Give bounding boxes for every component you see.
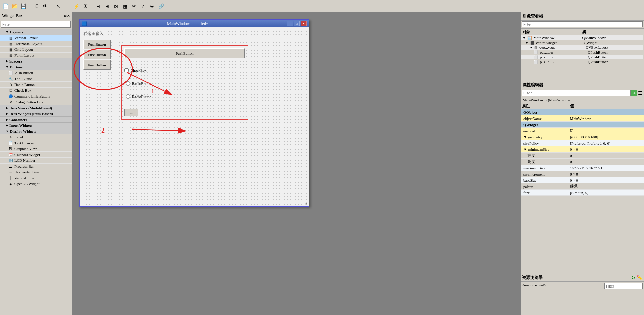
rb-title: 资源浏览器 <box>522 275 630 281</box>
widget-item-vertical-layout[interactable]: ▥ Vertical Layout <box>0 35 72 41</box>
glayout-button[interactable]: ▦ <box>121 2 129 10</box>
widget-item-calendar[interactable]: 📅 Calendar Widget <box>0 152 72 158</box>
property-add-button[interactable]: + <box>631 90 637 96</box>
push-button-4[interactable]: PushButton <box>124 48 245 58</box>
prop-minsize-row[interactable]: ▼ minimumSize 0 × 0 <box>521 146 644 153</box>
command-link-label: Command Link Button <box>14 94 50 98</box>
widget-item-graphics-view[interactable]: 🖼 Graphics View <box>0 146 72 152</box>
obj-pushbtn3-class: QPushButton <box>588 60 642 64</box>
break-layout-button[interactable]: ✂ <box>130 2 138 10</box>
canvas-area[interactable]: 🟦 MainWindow - untitled* ─ □ ✕ 在这里输入 Pus… <box>72 12 520 315</box>
prop-basesize-row[interactable]: baseSize 0 × 0 <box>521 177 644 183</box>
radio-button-1[interactable] <box>126 81 130 86</box>
object-inspector-filter-container <box>521 21 644 29</box>
category-layouts[interactable]: ▼ Layouts <box>0 29 72 35</box>
widget-item-dialog-button-box[interactable]: ✕ Dialog Button Box <box>0 99 72 105</box>
push-button-2[interactable]: PushButton <box>83 50 111 59</box>
pointer-tool[interactable]: ↖ <box>54 2 63 10</box>
rb-edit-icon[interactable]: ✏️ <box>637 275 643 281</box>
push-button-3[interactable]: PushButton <box>83 60 111 70</box>
flayout-button[interactable]: ⊠ <box>112 2 120 10</box>
obj-centralwidget-class: QWidget <box>584 41 642 45</box>
category-item-widgets[interactable]: ▶ Item Widgets (Item-Based) <box>0 111 72 117</box>
tab-order-tool[interactable]: ① <box>81 2 89 10</box>
prop-enabled-row[interactable]: enabled ☑ <box>521 128 644 134</box>
wb-float-btn[interactable]: ⧉ <box>64 14 66 18</box>
vlayout-button[interactable]: ⊞ <box>103 2 111 10</box>
prop-sizeincrement-row[interactable]: sizeIncrement 0 × 0 <box>521 171 644 177</box>
category-spacers[interactable]: ▶ Spacers <box>0 58 72 64</box>
open-button[interactable]: 📂 <box>10 2 19 10</box>
resize-handle[interactable]: ◢ <box>305 201 307 205</box>
category-input-widgets[interactable]: ▶ Input Widgets <box>0 123 72 128</box>
save-button[interactable]: 💾 <box>19 2 28 10</box>
obj-row-pushbtn1[interactable]: ⬜ pus...ton QPushButton <box>521 50 643 55</box>
prop-palette-row[interactable]: palette 继承 <box>521 183 644 190</box>
widget-item-push-button[interactable]: ⬜ Push Button <box>0 70 72 76</box>
obj-row-pushbtn2[interactable]: ⬜ pus...n_2 QPushButton <box>521 55 643 59</box>
dotted-button[interactable]: ... <box>124 109 138 116</box>
obj-row-mainwindow[interactable]: ▼ 🪟 MainWindow QMainWindow <box>521 35 643 40</box>
widget-item-grid-layout[interactable]: ▦ Grid Layout <box>0 47 72 53</box>
prop-geometry-row[interactable]: ▼ geometry [(0, 0), 800 × 600] <box>521 134 644 140</box>
radio-button-2[interactable] <box>126 94 130 99</box>
preview-button[interactable]: 👁 <box>41 2 50 10</box>
adjust-size-button[interactable]: ⤢ <box>139 2 147 10</box>
rb-root-label: <resource root> <box>522 283 546 287</box>
widget-item-horizontal-line[interactable]: ─ Horizontal Line <box>0 169 72 175</box>
widget-item-horizontal-layout[interactable]: ▤ Horizontal Layout <box>0 41 72 47</box>
rb-filter-input[interactable] <box>604 283 643 289</box>
prop-sizepolicy-row[interactable]: sizePolicy [Preferred, Preferred, 0, 0] <box>521 140 644 146</box>
connect-tool[interactable]: ⚡ <box>72 2 80 10</box>
push-button-1[interactable]: PushButton <box>83 40 111 49</box>
print-button[interactable]: 🖨 <box>32 2 41 10</box>
hlayout-button[interactable]: ⊟ <box>94 2 102 10</box>
prop-sizepolicy-key: sizePolicy <box>522 141 570 145</box>
widget-item-vertical-line[interactable]: │ Vertical Line <box>0 175 72 181</box>
prop-qwidget-category[interactable]: QWidget <box>521 122 644 128</box>
checkbox-widget[interactable] <box>124 68 129 72</box>
prop-font-row[interactable]: font [SimSun, 9] <box>521 190 644 196</box>
property-menu-btn[interactable]: ☰ <box>638 90 643 96</box>
prop-qobject-category[interactable]: QObject <box>521 109 644 115</box>
object-inspector-filter[interactable] <box>522 21 643 27</box>
wb-close-btn[interactable]: ✕ <box>67 14 70 18</box>
horizontal-layout-label: Horizontal Layout <box>14 42 42 46</box>
new-button[interactable]: 📄 <box>1 2 10 10</box>
obj-row-pushbtn3[interactable]: ⬜ pus...n_3 QPushButton <box>521 59 643 64</box>
property-filter-input[interactable] <box>522 90 631 96</box>
widget-box-filter-input[interactable] <box>1 21 71 28</box>
prop-enabled-key: enabled <box>522 129 570 133</box>
widget-item-command-link[interactable]: 🔵 Command Link Button <box>0 93 72 99</box>
qt-form-window: 🟦 MainWindow - untitled* ─ □ ✕ 在这里输入 Pus… <box>79 19 309 207</box>
category-item-views[interactable]: ▶ Item Views (Model-Based) <box>0 105 72 111</box>
widget-item-lcd-number[interactable]: 🔢 LCD Number <box>0 158 72 164</box>
widget-item-progress-bar[interactable]: ▬ Progress Bar <box>0 164 72 169</box>
obj-row-centralwidget[interactable]: ▼ ⬛ centralwidget QWidget <box>521 40 643 45</box>
widget-item-form-layout[interactable]: ⊟ Form Layout <box>0 53 72 58</box>
category-display-widgets[interactable]: ▼ Display Widgets <box>0 128 72 134</box>
widget-item-text-browser[interactable]: 📄 Text Browser <box>0 140 72 146</box>
prop-maxsize-row[interactable]: maximumSize 16777215 × 16777215 <box>521 165 644 171</box>
widget-item-opengl-widget[interactable]: ◈ OpenGL Widget <box>0 181 72 187</box>
edit-signal-button[interactable]: 🔗 <box>157 2 165 10</box>
restore-btn[interactable]: □ <box>294 21 300 26</box>
widget-item-check-box[interactable]: ☑ Check Box <box>0 88 72 93</box>
widget-item-label[interactable]: A Label <box>0 134 72 140</box>
category-containers[interactable]: ▶ Containers <box>0 117 72 123</box>
object-tree: 对象 类 ▼ 🪟 MainWindow QMainWindow ▼ ⬛ ce <box>521 29 644 65</box>
prop-objectname-row[interactable]: objectName MainWindow <box>521 115 644 122</box>
prop-height-row[interactable]: 高度 0 <box>521 159 644 165</box>
minimize-btn[interactable]: ─ <box>287 21 293 26</box>
category-buttons[interactable]: ▼ Buttons <box>0 64 72 70</box>
close-btn[interactable]: ✕ <box>301 21 307 26</box>
prop-objectname-val: MainWindow <box>570 116 643 121</box>
widget-item-tool-button[interactable]: 🔧 Tool Button <box>0 76 72 82</box>
qt-form-body[interactable]: 在这里输入 PushButton PushButton PushButton P… <box>80 27 309 206</box>
simplify-grid-button[interactable]: ⊕ <box>148 2 156 10</box>
widget-select-tool[interactable]: ⬚ <box>63 2 72 10</box>
prop-width-row[interactable]: 宽度 0 <box>521 153 644 159</box>
rb-refresh-icon[interactable]: ↻ <box>631 275 635 281</box>
widget-item-radio-button[interactable]: ⊙ Radio Button <box>0 82 72 88</box>
obj-row-vertlayout[interactable]: ▼ ▥ vert...yout QVBoxLayout <box>521 45 643 50</box>
